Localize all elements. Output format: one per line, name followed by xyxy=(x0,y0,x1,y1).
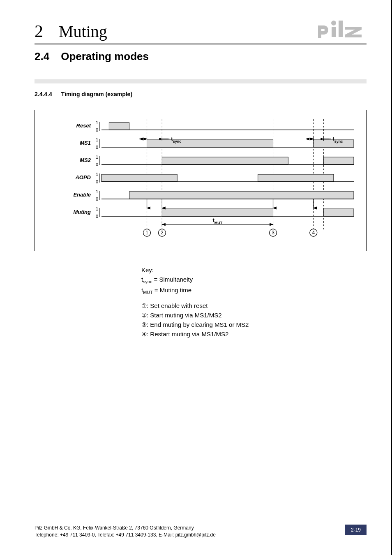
svg-text:2: 2 xyxy=(161,230,164,236)
svg-rect-39 xyxy=(129,192,354,199)
svg-rect-46 xyxy=(323,209,354,216)
svg-text:4: 4 xyxy=(312,230,315,236)
page-footer: Pilz GmbH & Co. KG, Felix-Wankel-Straße … xyxy=(35,521,367,539)
svg-rect-2 xyxy=(339,21,343,37)
footer-line-2: Telephone: +49 711 3409-0, Telefax: +49 … xyxy=(35,532,216,539)
circled-4-icon: ④ xyxy=(141,329,147,339)
svg-text:1: 1 xyxy=(145,230,148,236)
svg-rect-45 xyxy=(162,209,273,216)
key-event-3: ③: End muting by clearing MS1 or MS2 xyxy=(141,320,367,329)
footer-address: Pilz GmbH & Co. KG, Felix-Wankel-Straße … xyxy=(35,525,216,539)
page-number-badge: 2-19 xyxy=(345,525,367,535)
svg-rect-33 xyxy=(258,174,334,182)
svg-text:AOPD: AOPD xyxy=(75,174,91,180)
key-tsync-desc: = Simultaneity xyxy=(152,276,193,283)
key-title: Key: xyxy=(141,265,367,275)
svg-text:0: 0 xyxy=(96,214,98,219)
chapter-number: 2 xyxy=(35,21,43,41)
timing-diagram: Reset10MS110MS210AOPD10Enable10Muting101… xyxy=(35,110,367,251)
pilz-logo-icon xyxy=(317,20,367,38)
svg-text:1: 1 xyxy=(96,172,98,177)
key-tsync-sub: sync xyxy=(143,279,152,284)
section-number: 2.4 xyxy=(35,50,49,63)
section-title: Operating modes xyxy=(61,50,149,63)
svg-text:Muting: Muting xyxy=(73,209,91,215)
svg-text:0: 0 xyxy=(96,145,98,150)
section-heading: 2.4 Operating modes xyxy=(35,50,367,63)
page-header: 2 Muting xyxy=(35,20,367,44)
svg-rect-32 xyxy=(101,174,177,182)
key-events: ①: Set enable with reset ②: Start muting… xyxy=(141,301,367,339)
circled-2-icon: ② xyxy=(141,310,147,320)
pilz-logo xyxy=(317,20,367,41)
svg-text:0: 0 xyxy=(96,197,98,201)
timing-diagram-svg: Reset10MS110MS210AOPD10Enable10Muting101… xyxy=(41,115,358,243)
footer-line-1: Pilz GmbH & Co. KG, Felix-Wankel-Straße … xyxy=(35,525,216,532)
circled-1-icon: ① xyxy=(141,301,147,310)
svg-text:0: 0 xyxy=(96,162,98,167)
svg-rect-12 xyxy=(109,123,129,130)
key-event-4: ④: Restart muting via MS1/MS2 xyxy=(141,329,367,339)
svg-text:1: 1 xyxy=(96,137,98,142)
key-tsync: tsync = Simultaneity xyxy=(141,275,367,285)
svg-rect-1 xyxy=(332,27,336,37)
chapter-block: 2 Muting xyxy=(35,21,107,41)
key-event-2: ②: Start muting via MS1/MS2 xyxy=(141,310,367,320)
key-event-3-text: : End muting by clearing MS1 or MS2 xyxy=(147,321,249,328)
key-tmut-sub: MUT xyxy=(143,290,152,295)
svg-text:MS2: MS2 xyxy=(80,157,91,163)
svg-text:3: 3 xyxy=(272,230,274,236)
divider-bar xyxy=(35,79,367,83)
svg-text:tMUT: tMUT xyxy=(213,217,223,225)
svg-text:0: 0 xyxy=(96,179,98,184)
key-event-1: ①: Set enable with reset xyxy=(141,301,367,310)
svg-text:Enable: Enable xyxy=(73,192,91,198)
page: 2 Muting 2.4 Operating modes 2.4.4.4 xyxy=(0,0,392,555)
svg-text:1: 1 xyxy=(96,206,98,211)
svg-text:tsync: tsync xyxy=(332,136,343,143)
key-block: Key: tsync = Simultaneity tMUT = Muting … xyxy=(141,265,367,339)
svg-text:MS1: MS1 xyxy=(80,140,91,146)
circled-3-icon: ③ xyxy=(141,320,147,329)
subsection-number: 2.4.4.4 xyxy=(35,91,52,97)
key-event-1-text: : Set enable with reset xyxy=(147,302,208,309)
svg-text:1: 1 xyxy=(96,120,98,125)
subsection-title: Timing diagram (example) xyxy=(61,91,132,97)
svg-rect-25 xyxy=(162,157,288,164)
svg-point-0 xyxy=(331,21,336,25)
svg-text:0: 0 xyxy=(96,127,98,132)
svg-rect-18 xyxy=(147,140,273,147)
key-event-2-text: : Start muting via MS1/MS2 xyxy=(147,312,222,319)
svg-text:1: 1 xyxy=(96,189,98,194)
svg-rect-26 xyxy=(323,157,354,164)
svg-text:Reset: Reset xyxy=(76,123,91,129)
key-tmut-desc: = Muting time xyxy=(153,287,192,294)
chapter-title: Muting xyxy=(59,22,107,41)
subsection-heading: 2.4.4.4 Timing diagram (example) xyxy=(35,91,367,97)
key-tmut: tMUT = Muting time xyxy=(141,285,367,296)
svg-text:1: 1 xyxy=(96,155,98,160)
svg-text:tsync: tsync xyxy=(171,136,181,143)
key-event-4-text: : Restart muting via MS1/MS2 xyxy=(147,331,228,338)
